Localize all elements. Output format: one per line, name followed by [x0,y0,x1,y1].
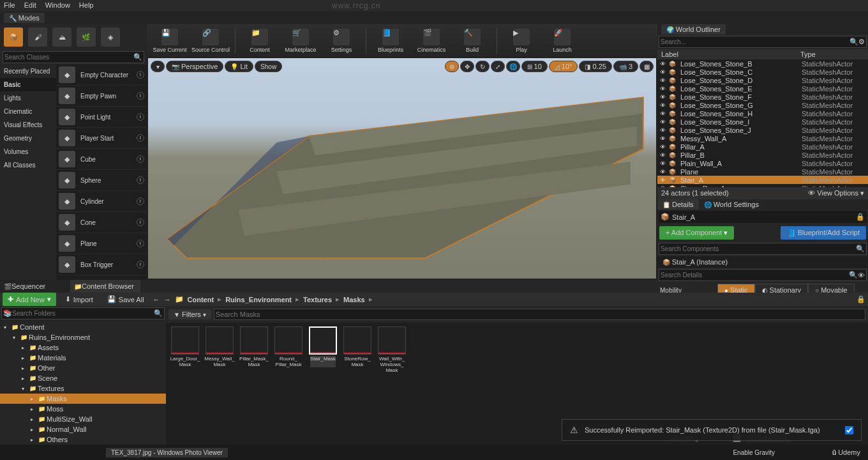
outliner-list[interactable]: 👁📦Lose_Stones_Stone_BStaticMeshActor👁📦Lo… [657,59,868,187]
placemode-category[interactable]: Volumes [0,145,56,158]
expand-arrow-icon[interactable]: ▾ [13,335,19,341]
visibility-eye-icon[interactable]: 👁 [660,177,669,183]
expand-arrow-icon[interactable]: ▸ [31,417,37,422]
breadcrumb-segment[interactable]: Textures [303,296,332,303]
history-forward-icon[interactable]: → [164,296,171,303]
viewport-show-button[interactable]: Show [255,61,282,72]
coord-space-icon[interactable]: 🌐 [506,61,520,72]
lock-icon[interactable]: 🔒 [856,213,865,221]
tree-folder[interactable]: ▾📁Textures [0,383,166,394]
visibility-eye-icon[interactable]: 👁 [660,119,669,125]
visibility-eye-icon[interactable]: 👁 [660,144,669,150]
tree-folder[interactable]: ▸📁Other [0,363,166,373]
visibility-eye-icon[interactable]: 👁 [660,135,669,142]
placemode-item[interactable]: ◆Box Triggeri [56,254,147,275]
outliner-row[interactable]: 👁📦Lose_Stones_Stone_DStaticMeshActor [657,76,868,84]
taskbar-item[interactable]: TEX_3817.jpg - Windows Photo Viewer [106,448,228,457]
visibility-eye-icon[interactable]: 👁 [660,86,669,92]
sources-icon[interactable]: 📚 [3,309,12,318]
viewport-menu-icon[interactable]: ▾ [151,61,165,72]
outliner-search-input[interactable] [661,38,849,45]
angle-snap-button[interactable]: ◿ 10° [549,61,578,72]
expand-arrow-icon[interactable]: ▸ [31,406,37,412]
tab-world-outliner[interactable]: 🌍 World Outliner [661,24,726,34]
transform-select-icon[interactable]: ⊕ [445,61,459,72]
tree-folder[interactable]: ▾📁Ruins_Environment [0,332,166,342]
tree-folder[interactable]: ▸📁Others [0,434,166,445]
placemodes-search-input[interactable] [4,54,133,61]
paint-mode-icon[interactable]: 🖌 [28,27,47,47]
placemode-item[interactable]: ◆Conei [56,212,147,233]
toolbar-content-button[interactable]: 📁Content [241,25,279,57]
save-all-button[interactable]: 💾 Save All [102,293,149,306]
expand-arrow-icon[interactable]: ▸ [31,437,37,443]
tab-world-settings[interactable]: 🌐 World Settings [699,199,764,210]
filter-icon[interactable]: ⚙ [858,38,865,46]
asset-item[interactable]: Pillar_Mask_Mask [239,326,269,367]
component-instance[interactable]: 📦 Stair_A (Instance) [657,256,868,268]
expand-arrow-icon[interactable]: ▸ [22,376,28,381]
camera-speed-button[interactable]: 📹 3 [613,61,638,72]
asset-item[interactable]: Round_Pillar_Mask [273,326,304,367]
outliner-row[interactable]: 👁📦Plain_Wall_AStaticMeshActor [657,159,868,167]
expand-arrow-icon[interactable]: ▸ [31,396,37,402]
tree-search-input[interactable] [12,309,154,318]
expand-arrow-icon[interactable]: ▸ [22,345,28,351]
toolbar-source-control-button[interactable]: 🔗Source Control [191,25,230,57]
info-icon[interactable]: i [137,197,144,205]
tree-folder[interactable]: ▸📁Assets [0,342,166,353]
viewport[interactable]: ▾ 📷 Perspective 💡 Lit Show ⊕ ✥ ↻ ⤢ 🌐 ⊞ 1… [148,58,656,279]
add-new-button[interactable]: ✚ Add New ▾ [3,293,56,306]
transform-scale-icon[interactable]: ⤢ [491,61,505,72]
toolbar-play-button[interactable]: ▶Play [502,25,541,57]
breadcrumb-segment[interactable]: Masks [343,296,365,303]
components-search-input[interactable] [661,245,856,252]
visibility-eye-icon[interactable]: 👁 [660,77,669,84]
placemode-category[interactable]: All Classes [0,158,56,172]
tab-content-browser[interactable]: 📁 Content Browser [70,280,140,293]
notification-checkbox[interactable] [845,426,853,434]
foliage-mode-icon[interactable]: 🌿 [77,27,96,47]
tab-modes[interactable]: 🔧 Modes [4,13,45,23]
info-icon[interactable]: i [137,261,144,268]
tree-folder[interactable]: ▾📁Content [0,322,166,332]
visibility-eye-icon[interactable]: 👁 [660,160,669,167]
toolbar-launch-button[interactable]: 🚀Launch [543,25,581,57]
tree-folder[interactable]: ▸📁Materials [0,353,166,363]
breadcrumb-segment[interactable]: Content [188,296,214,303]
viewport-lit-button[interactable]: 💡 Lit [225,61,253,72]
import-button[interactable]: ⬇ Import [60,293,98,306]
landscape-mode-icon[interactable]: ⛰ [52,27,71,47]
placemodes-search[interactable]: 🔍 [3,51,144,63]
outliner-row[interactable]: 👁📦Lose_Stones_Stone_IStaticMeshActor [657,118,868,126]
toolbar-marketplace-button[interactable]: 🛒Marketplace [281,25,320,57]
expand-arrow-icon[interactable]: ▸ [22,355,28,361]
visibility-eye-icon[interactable]: 👁 [660,152,669,158]
asset-item[interactable]: Large_Door_Mask [170,326,200,367]
outliner-row[interactable]: 👁📦Lose_Stones_Stone_HStaticMeshActor [657,109,868,118]
placemode-item[interactable]: ◆Empty Characteri [56,65,147,86]
outliner-row[interactable]: 👁📦Lose_Stones_Stone_JStaticMeshActor [657,126,868,134]
outliner-row[interactable]: 👁📦Pillar_AStaticMeshActor [657,142,868,151]
info-icon[interactable]: i [137,71,144,79]
place-mode-icon[interactable]: 📦 [4,27,23,47]
outliner-row[interactable]: 👁📦Lose_Stones_Stone_CStaticMeshActor [657,68,868,76]
breadcrumb-segment[interactable]: Ruins_Environment [225,296,292,303]
menu-help[interactable]: Help [79,1,94,10]
visibility-eye-icon[interactable]: 👁 [660,61,669,67]
eye-icon[interactable]: 👁 [858,272,865,279]
outliner-row[interactable]: 👁📦Pillar_BStaticMeshActor [657,151,868,159]
outliner-row[interactable]: 👁📦Lose_Stones_Stone_BStaticMeshActor [657,59,868,68]
expand-arrow-icon[interactable]: ▾ [22,386,28,392]
outliner-search[interactable]: 🔍 ⚙ [659,36,867,48]
placemode-category[interactable]: Geometry [0,132,56,145]
placemode-category[interactable]: Cinematic [0,105,56,118]
expand-arrow-icon[interactable]: ▸ [22,365,28,371]
tree-folder[interactable]: ▸📁Normal_Wall [0,424,166,434]
asset-item[interactable]: Stair_Mask [308,326,338,367]
toolbar-save-current-button[interactable]: 💾Save Current [151,25,189,57]
placemode-category[interactable]: Lights [0,91,56,105]
lock-icon[interactable]: 🔒 [857,295,865,303]
viewport-maximize-icon[interactable]: ▦ [640,61,654,72]
info-icon[interactable]: i [137,240,144,247]
